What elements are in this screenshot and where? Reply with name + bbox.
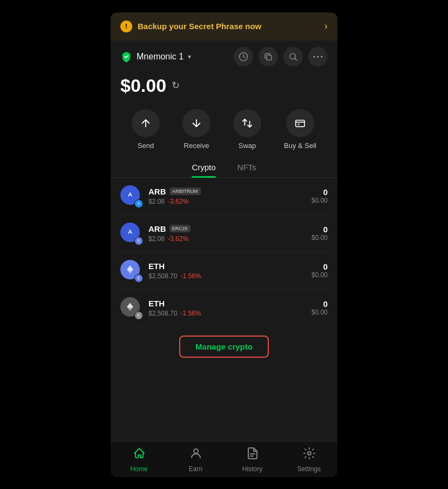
eth-blue-chain-badge: E [134,274,143,283]
send-action[interactable]: Send [132,109,160,150]
crypto-item-arb-erc20[interactable]: E ARB ERC20 $2.08 -3.62% 0 $0.00 [120,215,328,252]
nav-history[interactable]: History [234,447,271,473]
actions-row: Send Receive Swap [111,105,337,158]
tabs-row: Crypto NFTs [111,158,337,178]
swap-arrows-icon [241,117,253,129]
arb-arbitrum-info: ARB ARBITRUM $2.08 -3.62% [148,187,311,205]
search-icon [288,52,298,62]
buy-sell-icon [294,117,306,129]
arb-arbitrum-symbol: ARB [148,187,166,196]
home-label: Home [130,465,147,473]
eth-blue-info: ETH $2,508.70 -1.56% [148,262,311,280]
arb-logo [125,190,135,200]
eth-blue-price: $2,508.70 [148,272,177,280]
history-label: History [242,465,262,473]
receive-action[interactable]: Receive [182,109,211,150]
eth-gray-change: -1.56% [180,310,201,317]
eth-gray-price: $2,508.70 [148,310,177,317]
svg-point-5 [321,56,323,57]
manage-crypto-button[interactable]: Manage crypto [179,336,269,358]
receive-icon-circle [182,109,211,137]
manage-section: Manage crypto [120,327,328,366]
bottom-nav: Home Earn History [111,441,337,477]
nav-earn[interactable]: Earn [177,447,215,473]
more-icon [313,56,323,58]
banner-left: ! Backup your Secret Phrase now [120,21,261,32]
svg-point-14 [194,449,198,453]
arb-arbitrum-value: $0.00 [311,197,328,204]
shield-icon [120,51,132,63]
banner-arrow-icon: › [324,21,328,32]
send-label: Send [138,142,154,150]
svg-point-15 [308,452,311,455]
crypto-item-eth-gray[interactable]: E ETH $2,508.70 -1.56% 0 $0.00 [120,290,328,327]
arb-erc20-badge: ERC20 [169,225,191,232]
arb-arbitrum-badge: ARBITRUM [169,187,201,195]
home-icon [133,447,146,463]
eth-blue-change: -1.56% [180,272,201,280]
copy-icon [263,52,273,62]
eth-blue-balance: 0 $0.00 [311,262,328,279]
arb-erc20-info: ARB ERC20 $2.08 -3.62% [148,224,311,243]
backup-banner[interactable]: ! Backup your Secret Phrase now › [111,12,337,41]
svg-point-2 [290,53,296,59]
crypto-item-arb-arbitrum[interactable]: A ARB ARBITRUM $2.08 -3.62% 0 $0.00 [120,178,328,215]
earn-icon [189,447,202,463]
eth-gray-chain-badge: E [134,311,143,320]
eth-gray-symbol: ETH [148,299,165,308]
arb-erc20-price: $2.08 [148,235,165,243]
svg-point-3 [314,56,315,57]
chevron-down-icon: ▾ [188,53,191,61]
arb-arbitrum-balance: 0 $0.00 [311,187,328,204]
arb-erc20-balance: 0 $0.00 [311,225,328,242]
balance-amount: $0.00 [120,75,166,96]
swap-action[interactable]: Swap [233,109,261,150]
arb-arbitrum-icon-wrap: A [120,185,142,207]
crypto-item-eth-blue[interactable]: E ETH $2,508.70 -1.56% 0 $0.00 [120,252,328,290]
send-icon-circle [132,109,160,137]
header-actions [234,47,328,66]
crypto-list: A ARB ARBITRUM $2.08 -3.62% 0 $0.00 [111,178,337,441]
arb-arbitrum-amount: 0 [311,187,328,197]
more-menu-button[interactable] [308,47,328,66]
buy-sell-label: Buy & Sell [284,142,316,150]
header: Mnemonic 1 ▾ [111,41,337,71]
svg-point-4 [317,56,319,57]
refresh-button[interactable]: ↻ [172,79,180,91]
eth-gray-amount: 0 [311,299,328,309]
wallet-selector[interactable]: Mnemonic 1 ▾ [120,51,191,63]
arb-arbitrum-change: -3.62% [168,198,188,205]
arb-erc20-value: $0.00 [311,234,328,242]
eth-blue-value: $0.00 [311,271,328,279]
eth-gray-logo [125,302,135,312]
arb-erc20-change: -3.62% [168,235,188,243]
balance-section: $0.00 ↻ [111,71,337,105]
backup-banner-text: Backup your Secret Phrase now [138,22,261,31]
search-button[interactable] [283,47,303,66]
arb-erc20-logo [125,227,135,238]
history-icon [246,447,259,463]
swap-icon-circle [233,109,261,137]
receive-arrow-icon [191,117,202,129]
eth-gray-value: $0.00 [311,309,328,316]
send-arrow-icon [140,117,152,129]
phone-container: ! Backup your Secret Phrase now › Mnemon… [111,12,337,477]
tab-crypto[interactable]: Crypto [192,158,215,177]
buy-sell-action[interactable]: Buy & Sell [284,109,316,150]
arb-arbitrum-chain-badge: A [134,199,143,208]
eth-blue-icon-wrap: E [120,260,142,282]
buy-sell-icon-circle [286,109,314,137]
copy-address-button[interactable] [259,47,278,66]
tab-nfts[interactable]: NFTs [237,158,256,177]
wallet-name-label: Mnemonic 1 [137,52,184,62]
nav-home[interactable]: Home [120,447,158,473]
warning-icon: ! [120,21,132,32]
eth-blue-amount: 0 [311,262,328,271]
eth-gray-balance: 0 $0.00 [311,299,328,316]
arb-erc20-amount: 0 [311,225,328,234]
nav-settings[interactable]: Settings [290,447,328,473]
svg-rect-1 [267,55,271,60]
eth-blue-symbol: ETH [148,262,165,271]
receive-qr-button[interactable] [234,47,253,66]
receive-label: Receive [184,142,209,150]
